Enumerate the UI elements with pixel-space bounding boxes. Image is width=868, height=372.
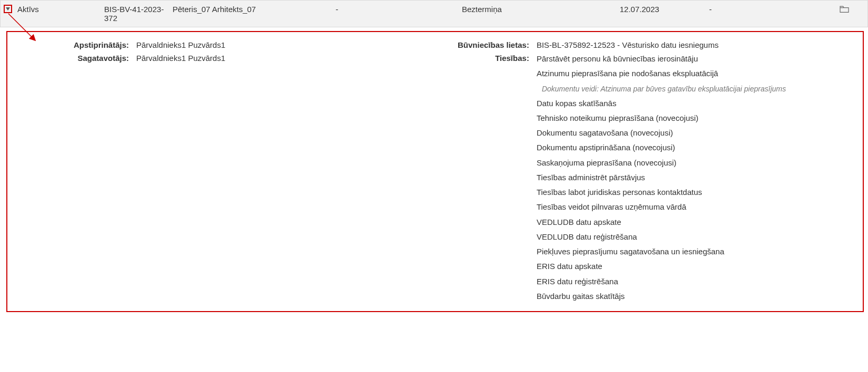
rights-item: Piekļuves pieprasījumu sagatavošana un i…	[537, 246, 852, 257]
col-person: Pēteris_07 Arhitekts_07	[169, 5, 332, 14]
rights-item: Atzinumu pieprasīšana pie nodošanas eksp…	[537, 68, 852, 79]
approver-value: Pārvaldnieks1 Puzvārds1	[136, 39, 447, 49]
rights-item: Tehnisko noteikumu pieprasīšana (novecoj…	[537, 113, 852, 123]
rights-item: Būvdarbu gaitas skatītājs	[537, 291, 852, 302]
preparer-label: Sagatavotājs:	[74, 53, 129, 63]
rights-item: VEDLUDB datu reģistrēšana	[537, 232, 852, 242]
rights-note: Dokumentu veidi: Atzinuma par būves gata…	[537, 84, 852, 94]
folder-icon[interactable]	[839, 6, 850, 15]
cases-label: Būvniecības lietas:	[458, 39, 529, 49]
expand-toggle[interactable]	[4, 5, 12, 13]
table-row: Aktīvs BIS-BV-41-2023-372 Pēteris_07 Arh…	[0, 0, 868, 27]
preparer-value: Pārvaldnieks1 Puzvārds1	[136, 53, 447, 63]
col-status: Aktīvs	[14, 5, 101, 14]
col-date: 12.07.2023	[617, 5, 706, 14]
rights-item: Tiesības administrēt pārstāvjus	[537, 172, 852, 183]
rights-label: Tiesības:	[458, 53, 529, 302]
rights-list: Pārstāvēt personu kā būvniecības ierosin…	[537, 54, 852, 302]
rights-item: Dokumentu sagatavošana (novecojusi)	[537, 128, 852, 138]
details-panel: Apstiprinātājs: Pārvaldnieks1 Puzvārds1 …	[6, 31, 864, 312]
rights-item: ERIS datu apskate	[537, 261, 852, 272]
col-term: Beztermiņa	[459, 5, 617, 14]
cases-value: BIS-BL-375892-12523 - Vēsturisko datu ie…	[537, 39, 852, 49]
col-empty-1: -	[332, 5, 459, 14]
col-number: BIS-BV-41-2023-372	[101, 5, 169, 23]
details-left: Apstiprinātājs: Pārvaldnieks1 Puzvārds1 …	[74, 39, 447, 302]
rights-item: Dokumentu apstiprināšana (novecojusi)	[537, 142, 852, 153]
rights-item: VEDLUDB datu apskate	[537, 217, 852, 228]
rights-item: Datu kopas skatīšanās	[537, 98, 852, 109]
rights-item: Saskaņojuma pieprasīšana (novecojusi)	[537, 158, 852, 168]
approver-label: Apstiprinātājs:	[74, 39, 129, 49]
details-right: Būvniecības lietas: BIS-BL-375892-12523 …	[458, 39, 852, 302]
rights-item: ERIS datu reģistrēšana	[537, 276, 852, 287]
rights-item: Pārstāvēt personu kā būvniecības ierosin…	[537, 54, 852, 64]
col-empty-2: -	[706, 5, 759, 14]
rights-item: Tiesības veidot pilnvaras uzņēmuma vārdā	[537, 202, 852, 212]
rights-item: Tiesības labot juridiskas personas konta…	[537, 187, 852, 198]
caret-down-icon	[6, 7, 10, 11]
col-actions	[759, 5, 864, 15]
